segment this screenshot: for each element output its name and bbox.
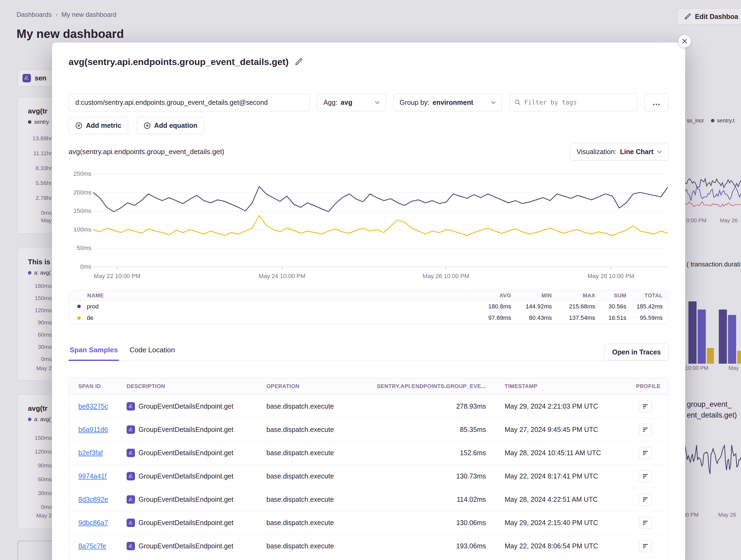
query-builder-row: Agg: avg Group by: environment [69,93,669,111]
col-description: DESCRIPTION [127,383,266,389]
profile-icon [642,519,649,526]
tab-span-samples[interactable]: Span Samples [69,343,119,361]
profile-icon [642,450,649,456]
col-profile: PROFILE [622,383,669,389]
add-metric-button[interactable]: Add metric [69,117,128,134]
profile-button[interactable] [639,401,652,412]
sample-description: GroupEventDetailsEndpoint.get [127,542,266,550]
chart-x-axis-labels: May 22 10:00 PMMay 24 10:00 PMMay 26 10:… [93,273,668,282]
chevron-down-icon [491,101,496,104]
profile-icon [642,543,649,549]
series-avg: 97.69ms [465,314,511,321]
sentry-icon [127,542,135,550]
group-by-value: environment [432,98,473,106]
legend-series-row[interactable]: de97.69ms80.43ms137.54ms16.51s95.59ms [69,312,668,324]
span-id-link[interactable]: 8a75c7fe [78,542,106,550]
sample-timestamp: May 28, 2024 4:22:51 AM UTC [486,495,622,503]
aggregate-label: Agg: [323,98,337,106]
group-by-label: Group by: [400,98,429,106]
span-id-link[interactable]: b6a911d6 [78,426,108,433]
line-chart [93,168,668,271]
series-min: 80.43ms [511,314,552,321]
y-tick-label: 0ms [80,263,91,270]
legend-col-name: NAME [69,293,465,299]
sample-row: 8d3c892eGroupEventDetailsEndpoint.getbas… [69,488,668,511]
series-total: 185.42ms [626,303,668,310]
visualization-label: Visualization: [577,148,617,156]
profile-button[interactable] [639,540,652,552]
chart-y-axis-labels: 250ms200ms150ms100ms50ms0ms [69,168,91,277]
series-max: 215.68ms [552,303,595,310]
add-row: Add metric Add equation [69,117,204,134]
visualization-select[interactable]: Visualization: Line Chart [570,143,669,161]
sample-row: be83275cGroupEventDetailsEndpoint.getbas… [69,395,668,418]
profile-icon [642,426,649,433]
chevron-down-icon [375,101,380,104]
search-icon [515,99,521,106]
aggregate-select[interactable]: Agg: avg [317,93,386,111]
more-options-button[interactable]: … [644,93,669,111]
plus-circle-icon [144,122,151,129]
tab-code-location[interactable]: Code Location [128,343,176,361]
sample-description: GroupEventDetailsEndpoint.get [127,518,266,527]
span-id-link[interactable]: 8d3c892e [78,495,108,503]
series-sum: 16.51s [595,314,626,321]
profile-button[interactable] [639,447,652,459]
sample-value: 152.6ms [369,449,486,457]
visualization-value: Line Chart [620,148,654,156]
sample-row: b2ef3fafGroupEventDetailsEndpoint.getbas… [69,442,668,465]
profile-button[interactable] [639,470,652,482]
profile-icon [642,496,649,503]
span-id-link[interactable]: b2ef3faf [78,449,103,457]
profile-button[interactable] [639,517,652,529]
metric-widget-modal: avg(sentry.api.endpoints.group_event_det… [52,43,685,560]
tag-filter-input[interactable] [524,99,631,106]
col-operation: OPERATION [266,383,369,389]
sample-operation: base.dispatch.execute [266,519,369,527]
group-by-select[interactable]: Group by: environment [393,93,502,111]
sample-value: 85.35ms [369,426,486,433]
sample-value: 193.06ms [369,542,486,550]
series-name: prod [87,303,99,310]
legend-series-row[interactable]: prod180.8ms144.92ms215.68ms30.56s185.42m… [69,301,668,312]
span-id-link[interactable]: be83275c [78,402,108,410]
more-options-label: … [652,98,661,107]
span-id-link[interactable]: 9974a41f [78,472,107,480]
x-tick-label: May 28 10:00 PM [588,273,634,280]
edit-title-pencil-icon[interactable] [294,58,303,66]
legend-table-body: prod180.8ms144.92ms215.68ms30.56s185.42m… [69,301,668,324]
metric-query-input[interactable] [69,93,310,111]
y-tick-label: 200ms [73,189,91,196]
sample-timestamp: May 29, 2024 2:21:03 PM UTC [486,402,622,410]
series-min: 144.92ms [511,303,552,310]
span-id-link[interactable]: 9dbc86a7 [78,519,108,527]
span-samples-table: SPAN IDDESCRIPTIONOPERATIONSENTRY.API.EN… [69,378,669,560]
tag-filter-field [509,93,637,111]
col-value: SENTRY.API.ENDPOINTS.GROUP_EVE... [369,383,486,389]
series-total: 95.59ms [626,314,668,321]
sample-description: GroupEventDetailsEndpoint.get [127,495,266,504]
modal-title-row: avg(sentry.api.endpoints.group_event_det… [69,56,303,68]
chevron-down-icon [657,150,662,153]
series-sum: 30.56s [595,303,626,310]
series-name: de [87,314,93,321]
modal-title: avg(sentry.api.endpoints.group_event_det… [69,57,289,67]
profile-button[interactable] [639,424,652,436]
legend-table-header: NAMEAVGMINMAXSUMTOTAL [69,291,668,301]
sample-operation: base.dispatch.execute [266,472,369,480]
profile-button[interactable] [639,494,652,505]
sentry-icon [127,402,135,410]
add-equation-button[interactable]: Add equation [137,117,204,134]
close-modal-button[interactable] [678,35,691,48]
series-legend-table: NAMEAVGMINMAXSUMTOTAL prod180.8ms144.92m… [69,290,669,324]
sample-timestamp: May 22, 2024 8:06:54 PM UTC [486,542,622,550]
sentry-icon [127,425,135,434]
sentry-icon [127,449,135,457]
samples-table-header: SPAN IDDESCRIPTIONOPERATIONSENTRY.API.EN… [69,378,668,395]
close-icon [682,38,688,44]
chart-title: avg(sentry.api.endpoints.group_event_det… [69,148,224,156]
sample-row: 9974a41fGroupEventDetailsEndpoint.getbas… [69,465,668,488]
y-tick-label: 250ms [73,170,91,177]
sample-timestamp: May 27, 2024 9:45:45 PM UTC [486,426,622,433]
open-in-traces-button[interactable]: Open in Traces [604,344,669,361]
